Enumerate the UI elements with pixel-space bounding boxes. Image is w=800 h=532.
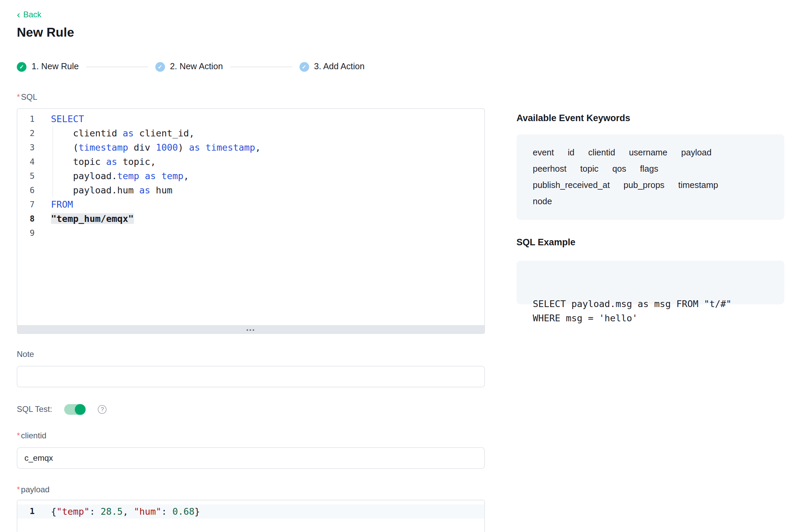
keyword-row: eventidclientidusernamepayload [533, 145, 768, 161]
chevron-left-icon: ‹ [17, 10, 20, 18]
field-label-text: clientid [21, 431, 47, 440]
back-link[interactable]: ‹ Back [17, 10, 41, 19]
clientid-input[interactable] [17, 448, 485, 469]
keywords-list: eventidclientidusernamepayloadpeerhostto… [533, 145, 768, 210]
code-line: 3 (timestamp div 1000) as timestamp, [17, 140, 485, 155]
line-number: 3 [17, 140, 35, 155]
code-line: 4 topic as topic, [17, 155, 485, 169]
step-label: 3. Add Action [314, 62, 365, 72]
toggle-knob [75, 404, 86, 415]
event-keyword: topic [580, 161, 599, 177]
field-label-text: payload [21, 485, 50, 494]
code-line: 7FROM [17, 197, 485, 212]
sql-example-code: SELECT payload.msg as msg FROM "t/#"WHER… [533, 297, 768, 325]
payload-editor-lines: 1{"temp": 28.5, "hum": 0.68} [17, 505, 485, 519]
note-input[interactable] [17, 366, 485, 387]
event-keyword: qos [612, 161, 626, 177]
code-line-content: clientid as client_id, [35, 126, 195, 140]
keyword-row: publish_received_atpub_propstimestamp [533, 177, 768, 193]
event-keyword: event [533, 145, 554, 161]
required-asterisk: * [17, 431, 20, 440]
line-number: 7 [17, 197, 35, 212]
event-keywords-panel: eventidclientidusernamepayloadpeerhostto… [516, 134, 784, 220]
code-line: 9 [17, 226, 485, 240]
step-connector [230, 66, 292, 67]
line-number: 1 [17, 112, 35, 126]
code-line: 1SELECT [17, 112, 485, 126]
step-new-action: ✓ 2. New Action [155, 62, 223, 72]
code-line-content: "temp_hum/emqx" [35, 212, 134, 226]
event-keyword: publish_received_at [533, 177, 610, 193]
sql-example-line: SELECT payload.msg as msg FROM "t/#" [533, 297, 768, 311]
code-line: 6 payload.hum as hum [17, 183, 485, 197]
step-add-action: ✓ 3. Add Action [299, 62, 364, 72]
event-keyword: node [533, 193, 552, 210]
line-number: 9 [17, 226, 35, 240]
event-keyword: payload [681, 145, 711, 161]
code-line-content: payload.temp as temp, [35, 169, 189, 183]
line-number: 8 [17, 212, 35, 226]
step-connector [86, 66, 148, 67]
line-number: 1 [17, 505, 35, 519]
sql-test-row: SQL Test: ? [17, 404, 107, 415]
sql-example-panel: SELECT payload.msg as msg FROM "t/#"WHER… [516, 261, 784, 304]
sql-field-label: *SQL [17, 93, 37, 102]
field-label-text: SQL [21, 93, 37, 101]
step-pending-check-icon: ✓ [155, 62, 165, 72]
line-number: 2 [17, 126, 35, 140]
sql-editor[interactable]: 1SELECT2 clientid as client_id,3 (timest… [17, 109, 485, 326]
line-number: 4 [17, 155, 35, 169]
sql-editor-lines: 1SELECT2 clientid as client_id,3 (timest… [17, 112, 485, 240]
code-line-content: (timestamp div 1000) as timestamp, [35, 140, 261, 155]
help-icon[interactable]: ? [98, 405, 107, 414]
keyword-row: peerhosttopicqosflags [533, 161, 768, 177]
new-rule-page: ‹ Back New Rule ✓ 1. New Rule ✓ 2. New A… [0, 0, 800, 532]
editor-resize-handle[interactable]: ••• [17, 326, 485, 334]
event-keyword: username [629, 145, 667, 161]
event-keyword: peerhost [533, 161, 566, 177]
back-label: Back [23, 10, 41, 19]
steps-bar: ✓ 1. New Rule ✓ 2. New Action ✓ 3. Add A… [17, 61, 365, 72]
event-keyword: id [568, 145, 575, 161]
sql-test-toggle[interactable] [65, 404, 86, 415]
sql-test-label: SQL Test: [17, 405, 52, 414]
code-line: 5 payload.temp as temp, [17, 169, 485, 183]
code-line-content: FROM [35, 197, 73, 212]
event-keyword: pub_props [623, 177, 665, 193]
step-label: 1. New Rule [32, 62, 79, 72]
required-asterisk: * [17, 485, 20, 494]
note-field-label: Note [17, 350, 34, 359]
code-line: 8"temp_hum/emqx" [17, 212, 485, 226]
event-keyword: clientid [588, 145, 615, 161]
code-line-content: payload.hum as hum [35, 183, 172, 197]
code-line: 1{"temp": 28.5, "hum": 0.68} [17, 505, 485, 519]
step-pending-check-icon: ✓ [299, 62, 309, 72]
event-keywords-title: Available Event Keywords [516, 113, 630, 124]
indent-guide [53, 126, 53, 197]
line-number: 5 [17, 169, 35, 183]
sql-example-title: SQL Example [516, 237, 576, 248]
page-title: New Rule [17, 25, 74, 40]
drag-dots-icon: ••• [247, 327, 255, 332]
step-done-check-icon: ✓ [17, 62, 27, 72]
code-line-content [35, 226, 51, 240]
payload-field-label: *payload [17, 485, 50, 494]
sql-example-line: WHERE msg = 'hello' [533, 311, 768, 325]
code-line: 2 clientid as client_id, [17, 126, 485, 140]
event-keyword: timestamp [678, 177, 718, 193]
step-new-rule: ✓ 1. New Rule [17, 62, 79, 72]
code-line-content: {"temp": 28.5, "hum": 0.68} [35, 505, 200, 519]
line-number: 6 [17, 183, 35, 197]
code-line-content: SELECT [35, 112, 84, 126]
clientid-field-label: *clientid [17, 431, 47, 440]
step-label: 2. New Action [170, 62, 223, 72]
required-asterisk: * [17, 93, 20, 101]
payload-editor[interactable]: 1{"temp": 28.5, "hum": 0.68} [17, 500, 485, 532]
keyword-row: node [533, 193, 768, 210]
event-keyword: flags [640, 161, 658, 177]
